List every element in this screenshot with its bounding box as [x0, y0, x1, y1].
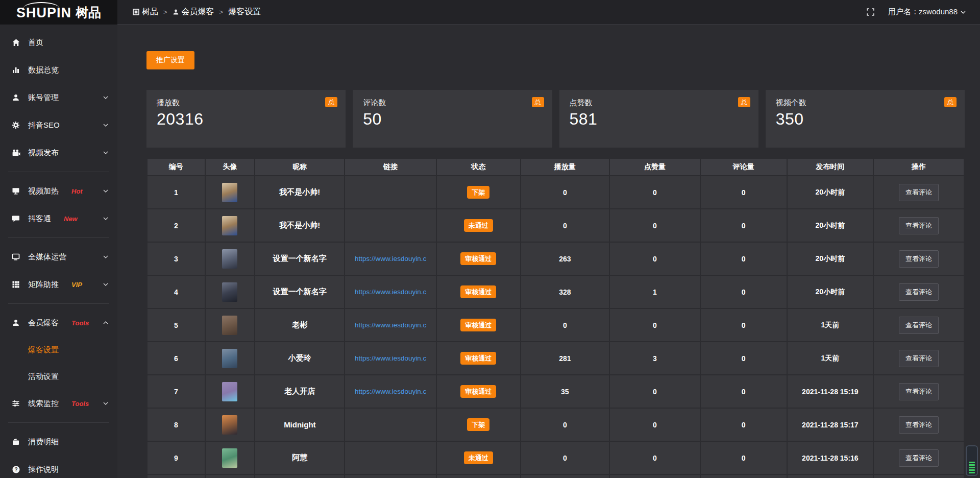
sidebar-item-矩阵助推[interactable]: 矩阵助推VIP [0, 271, 117, 298]
stat-total-badge: 总 [738, 97, 750, 107]
sidebar-item-账号管理[interactable]: 账号管理 [0, 84, 117, 111]
sidebar-item-消费明细[interactable]: 消费明细 [0, 428, 117, 456]
browser-extension-widget[interactable] [966, 445, 978, 476]
action-cell: 查看评论 [873, 408, 964, 441]
video-link[interactable]: https://www.iesdouyin.c [345, 321, 435, 329]
sidebar-item-首页[interactable]: 首页 [0, 29, 117, 56]
nickname-text: 设置一个新名字 [273, 254, 327, 262]
logo[interactable]: SHUPIN 树品 [0, 0, 117, 25]
sidebar-item-抖客通[interactable]: 抖客通New [0, 205, 117, 232]
stat-card-播放数: 播放数20316总 [146, 90, 346, 148]
avatar [222, 249, 237, 269]
chart-icon [11, 65, 20, 75]
breadcrumb-separator: > [163, 8, 167, 16]
sidebar-item-线索监控[interactable]: 线索监控Tools [0, 390, 117, 417]
widget-bar [969, 464, 975, 466]
stat-card-视频个数: 视频个数350总 [766, 90, 965, 148]
link-cell: https://www.iesdouyin.c [345, 308, 436, 342]
table-body: 1我不是小帅!下架00020小时前查看评论2我不是小帅!未通过00020小时前查… [147, 176, 964, 478]
sliders-icon [11, 399, 20, 408]
action-cell [873, 474, 964, 478]
app-window: SHUPIN 树品 树品 > 会员爆客 > [0, 0, 980, 478]
publish-time-cell: 2021-11-28 15:16 [787, 441, 874, 474]
stat-card-value: 50 [363, 110, 542, 129]
view-comments-button[interactable]: 查看评论 [899, 217, 939, 234]
status-cell [436, 474, 521, 478]
breadcrumb-label: 爆客设置 [228, 7, 261, 17]
view-comments-button[interactable]: 查看评论 [899, 184, 939, 201]
likes-cell: 0 [609, 408, 700, 441]
plays-cell: 0 [521, 408, 610, 441]
likes-cell: 0 [609, 308, 700, 342]
avatar-cell [205, 408, 255, 441]
status-cell: 审核通过 [436, 275, 521, 308]
stat-card-label: 评论数 [363, 98, 542, 108]
nickname-text: Midnight [284, 420, 315, 429]
sidebar-subitem-活动设置[interactable]: 活动设置 [0, 363, 117, 390]
video-table: 编号头像昵称链接状态播放量点赞量评论量发布时间操作 1我不是小帅!下架00020… [146, 158, 965, 478]
publish-time-cell: 20小时前 [787, 275, 874, 308]
sidebar-item-抖音SEO[interactable]: 抖音SEO [0, 111, 117, 139]
sidebar-divider [8, 237, 109, 238]
view-comments-button[interactable]: 查看评论 [899, 317, 939, 334]
sidebar-item-数据总览[interactable]: 数据总览 [0, 56, 117, 84]
breadcrumb: 树品 > 会员爆客 > 爆客设置 [133, 7, 261, 17]
comments-cell [700, 474, 787, 478]
stat-total-badge: 总 [532, 97, 544, 107]
top-header: SHUPIN 树品 树品 > 会员爆客 > [0, 0, 980, 25]
promo-settings-button[interactable]: 推广设置 [146, 51, 194, 69]
link-cell [345, 209, 436, 242]
avatar-cell [205, 342, 255, 375]
avatar-cell [205, 375, 255, 408]
avatar-cell [205, 308, 255, 342]
view-comments-button[interactable]: 查看评论 [899, 449, 939, 467]
user-icon [11, 318, 20, 327]
video-link[interactable]: https://www.iesdouyin.c [345, 354, 435, 362]
avatar-cell [205, 275, 255, 308]
row-number-cell: 1 [147, 176, 205, 209]
sidebar-item-会员爆客[interactable]: 会员爆客Tools [0, 309, 117, 337]
stat-card-value: 581 [570, 110, 748, 129]
status-cell: 审核通过 [436, 242, 521, 275]
status-cell: 未通过 [436, 209, 521, 242]
stat-total-badge: 总 [325, 97, 337, 107]
plays-cell: 35 [521, 375, 610, 408]
view-comments-button[interactable]: 查看评论 [899, 350, 939, 367]
nickname-cell [255, 474, 345, 478]
view-comments-button[interactable]: 查看评论 [899, 250, 939, 268]
nickname-text: 设置一个新名字 [273, 287, 327, 296]
sidebar-item-tag: New [64, 215, 78, 223]
view-comments-button[interactable]: 查看评论 [899, 283, 939, 301]
sidebar-item-视频加热[interactable]: 视频加热Hot [0, 177, 117, 205]
comments-cell: 0 [700, 242, 787, 275]
sidebar-subitem-爆客设置[interactable]: 爆客设置 [0, 337, 117, 363]
nickname-text: 老彬 [292, 320, 307, 329]
video-link[interactable]: https://www.iesdouyin.c [345, 388, 435, 395]
publish-time-cell: 2021-11-28 15:17 [787, 408, 874, 441]
sidebar-item-操作说明[interactable]: ?操作说明 [0, 456, 117, 478]
user-menu[interactable]: 用户名：zswodun88 [888, 7, 966, 17]
avatar [222, 282, 237, 302]
action-cell: 查看评论 [873, 242, 964, 275]
likes-cell [609, 474, 700, 478]
sidebar-item-全媒体运营[interactable]: 全媒体运营 [0, 243, 117, 271]
table-row: 8Midnight下架0002021-11-28 15:17查看评论 [147, 408, 964, 441]
breadcrumb-item-member[interactable]: 会员爆客 [173, 7, 214, 17]
view-comments-button[interactable]: 查看评论 [899, 383, 939, 400]
stats-row: 播放数20316总评论数50总点赞数581总视频个数350总 [146, 90, 965, 148]
sidebar-item-label: 矩阵助推 [28, 280, 59, 290]
widget-bar [969, 469, 975, 471]
username-label: 用户名：zswodun88 [888, 7, 958, 17]
video-link[interactable]: https://www.iesdouyin.c [345, 288, 435, 296]
nickname-cell: 老人开店 [255, 375, 345, 408]
breadcrumb-item-home[interactable]: 树品 [133, 7, 158, 17]
video-link[interactable]: https://www.iesdouyin.c [345, 255, 435, 262]
plays-cell: 0 [521, 209, 610, 242]
view-comments-button[interactable]: 查看评论 [899, 416, 939, 434]
fullscreen-icon[interactable] [866, 8, 875, 16]
row-number-cell: 3 [147, 242, 205, 275]
nickname-cell: 老彬 [255, 308, 345, 342]
nickname-text: 我不是小帅! [279, 187, 320, 196]
sidebar-item-视频发布[interactable]: 视频发布 [0, 139, 117, 166]
sidebar-item-label: 全媒体运营 [28, 252, 66, 262]
